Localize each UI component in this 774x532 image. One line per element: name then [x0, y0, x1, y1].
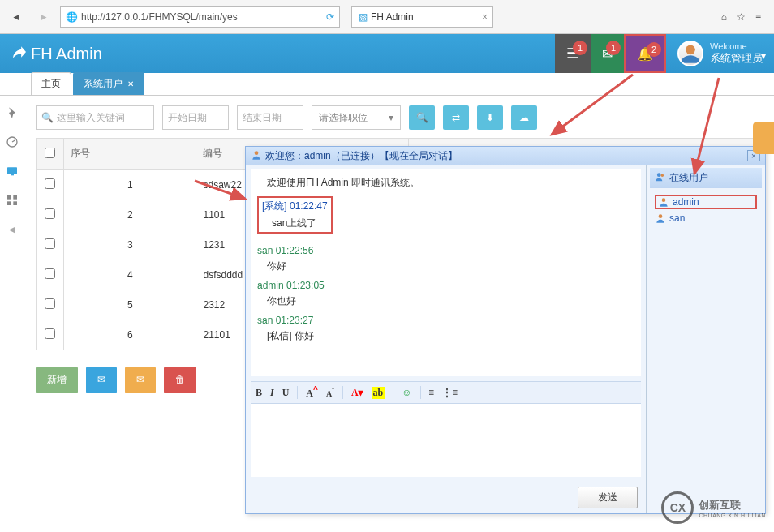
col-index: 序号: [64, 139, 196, 170]
tab-favicon: ▧: [359, 11, 368, 23]
sidebar-item-leaf[interactable]: [3, 104, 21, 122]
leaf-icon: [10, 44, 26, 64]
row-checkbox[interactable]: [45, 298, 55, 309]
forward-button[interactable]: ►: [32, 6, 55, 28]
welcome-label: Welcome: [710, 41, 763, 51]
svg-point-9: [657, 173, 661, 177]
close-icon[interactable]: ×: [482, 11, 488, 23]
bell-badge: 2: [647, 42, 661, 57]
page-tabs: 主页 系统用户 ✕: [0, 73, 774, 96]
cloud-button[interactable]: ☁: [511, 105, 537, 130]
highlight-button[interactable]: ab: [372, 387, 385, 399]
chat-welcome: 欢迎使用FH Admin 即时通讯系统。: [257, 177, 419, 188]
swap-icon: ⇄: [452, 112, 460, 123]
row-index: 4: [64, 260, 196, 290]
online-users-panel: 在线用户 adminsan: [647, 165, 765, 403]
svg-point-0: [686, 45, 695, 55]
svg-rect-4: [7, 195, 11, 200]
app-header: FH Admin ☰ 1 ✉ 1 🔔 2 Welcome 系统管理员 ▾: [0, 34, 774, 73]
ordered-list-button[interactable]: ≡: [429, 387, 435, 399]
mail-button[interactable]: ✉: [86, 367, 117, 393]
end-date-input[interactable]: 结束日期: [237, 105, 303, 130]
chat-message: san 01:23:27[私信] 你好: [257, 315, 634, 343]
chat-messages: 欢迎使用FH Admin 即时通讯系统。 [系统] 01:22:47san上线了…: [251, 169, 641, 376]
italic-button[interactable]: I: [270, 387, 274, 399]
globe-icon: 🌐: [66, 11, 78, 23]
sidebar-item-desktop[interactable]: [3, 162, 21, 180]
svg-rect-7: [13, 201, 17, 205]
unordered-list-button[interactable]: ⋮≡: [442, 387, 458, 399]
role-select[interactable]: 请选择职位 ▾: [312, 105, 401, 130]
menu-badge: 1: [573, 41, 587, 55]
row-checkbox[interactable]: [45, 268, 55, 279]
search-button[interactable]: 🔍: [409, 105, 435, 130]
sidebar-item-grid[interactable]: [3, 191, 21, 209]
browser-chrome: ◄ ► 🌐 http://127.0.0.1/FHMYSQL/main/yes …: [0, 0, 774, 34]
sms-button[interactable]: ✉: [125, 367, 156, 393]
row-checkbox[interactable]: [45, 178, 55, 189]
float-help[interactable]: [753, 122, 774, 154]
tab-home[interactable]: 主页: [31, 72, 71, 95]
refresh-icon[interactable]: ⟳: [326, 11, 334, 23]
online-users-title: 在线用户: [650, 168, 762, 188]
row-checkbox[interactable]: [45, 238, 55, 249]
start-date-input[interactable]: 开始日期: [162, 105, 229, 130]
tab-title: FH Admin: [371, 11, 414, 23]
home-icon[interactable]: ⌂: [721, 11, 727, 23]
envelope-icon: ✉: [97, 374, 105, 385]
search-input[interactable]: 🔍 这里输入关键词: [36, 105, 154, 130]
svg-rect-2: [7, 167, 17, 174]
row-index: 3: [64, 230, 196, 260]
font-increase-button[interactable]: A^: [306, 385, 318, 400]
close-icon[interactable]: ✕: [127, 79, 134, 88]
sidebar-collapse[interactable]: ◄: [3, 221, 21, 238]
user-name: 系统管理员: [710, 51, 763, 66]
svg-point-12: [659, 214, 663, 218]
chat-message: san 01:22:56你好: [257, 245, 634, 273]
row-index: 5: [64, 290, 196, 320]
select-all-checkbox[interactable]: [45, 148, 55, 158]
mail-badge: 1: [606, 41, 621, 55]
url-bar[interactable]: 🌐 http://127.0.0.1/FHMYSQL/main/yes ⟳: [60, 6, 340, 28]
user-icon: [655, 212, 666, 224]
star-icon[interactable]: ☆: [737, 11, 746, 23]
swap-button[interactable]: ⇄: [443, 105, 469, 130]
sidebar-item-dashboard[interactable]: [3, 133, 21, 151]
tab-system-users[interactable]: 系统用户 ✕: [73, 72, 144, 95]
bold-button[interactable]: B: [256, 387, 262, 399]
header-menu-button[interactable]: ☰ 1: [555, 34, 591, 73]
chevron-down-icon: ▾: [389, 112, 393, 123]
chat-message: admin 01:23:05你也好: [257, 280, 634, 308]
delete-button[interactable]: 🗑: [164, 367, 196, 393]
emoji-button[interactable]: ☺: [402, 387, 411, 399]
url-text: http://127.0.0.1/FHMYSQL/main/yes: [81, 11, 323, 23]
svg-rect-3: [11, 174, 14, 175]
font-color-button[interactable]: A▾: [351, 387, 363, 399]
envelope-icon: ✉: [136, 374, 144, 385]
trash-icon: 🗑: [175, 374, 185, 385]
row-checkbox[interactable]: [45, 328, 55, 339]
online-user[interactable]: san: [655, 212, 757, 224]
row-checkbox[interactable]: [45, 208, 55, 219]
browser-right-icons: ⌂ ☆ ≡: [721, 11, 769, 23]
header-mail-button[interactable]: ✉ 1: [591, 34, 624, 73]
back-button[interactable]: ◄: [5, 6, 28, 28]
underline-button[interactable]: U: [282, 387, 290, 399]
cloud-icon: ☁: [519, 112, 529, 123]
header-user-button[interactable]: Welcome 系统管理员 ▾: [666, 34, 774, 73]
row-index: 2: [64, 200, 196, 230]
browser-tab[interactable]: ▧ FH Admin ×: [351, 6, 493, 28]
menu-icon[interactable]: ≡: [755, 11, 761, 23]
app-logo: FH Admin: [10, 44, 102, 64]
download-icon: ⬇: [486, 112, 494, 123]
svg-rect-5: [13, 195, 17, 200]
online-user[interactable]: admin: [655, 195, 757, 209]
add-button[interactable]: 新增: [36, 367, 78, 393]
header-bell-button[interactable]: 🔔 2: [624, 34, 666, 73]
font-decrease-button[interactable]: Aˇ: [326, 387, 334, 398]
chat-title-bar[interactable]: 欢迎您：admin（已连接）【现在全局对话】 ×: [246, 147, 765, 165]
chat-title-text: 欢迎您：admin（已连接）【现在全局对话】: [265, 149, 458, 163]
search-icon: 🔍: [41, 112, 54, 123]
download-button[interactable]: ⬇: [477, 105, 503, 130]
chevron-down-icon: ▾: [761, 50, 766, 62]
